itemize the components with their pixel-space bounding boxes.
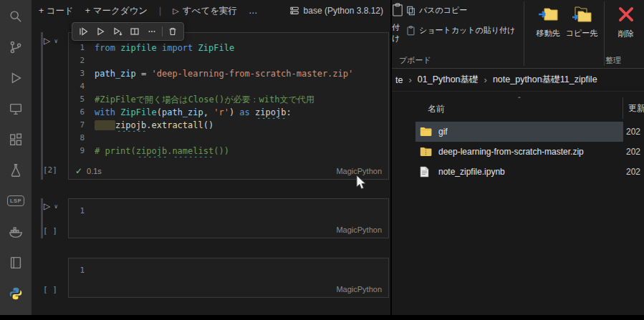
delete-button[interactable]: 削除 [609,3,643,39]
line-number: 7 [69,119,95,132]
paste-shortcut-label: ショートカットの貼り付け [419,25,515,36]
run-below-icon[interactable] [109,24,126,39]
add-code-button[interactable]: + コード [39,5,74,17]
line-number: 1 [69,205,95,218]
cell-toolbar [72,22,184,41]
copy-path-icon [406,6,415,16]
file-row[interactable]: gif202 [415,122,644,142]
file-row[interactable]: deep-learning-from-scratch-master.zip202 [415,142,644,162]
breadcrumb-item[interactable]: te [395,75,403,85]
python-icon[interactable] [0,278,32,309]
file-list: gif202deep-learning-from-scratch-master.… [415,122,644,182]
file-name: deep-learning-from-scratch-master.zip [438,147,584,157]
move-to-icon [537,4,559,25]
kernel-picker[interactable]: base (Python 3.8.12) [289,6,383,16]
execution-count: [ ] [43,285,57,294]
code-cell-3[interactable]: 1 MagicPython [68,258,389,298]
explorer-ribbon: 付け パスのコピー ショートカットの貼り付け 移動先 コピー先 [392,0,644,69]
remote-explorer-icon[interactable] [0,93,32,124]
line-number: 2 [69,54,95,67]
success-check-icon: ✓ [75,166,82,176]
copy-to-button[interactable]: コピー先 [564,4,599,39]
line-number: 4 [69,80,95,93]
notebook-toolbar: + コード + マークダウン | ▷すべてを実行 … base (Python … [32,0,390,21]
code-cell-2[interactable]: 1 MagicPython [68,198,389,238]
move-to-label: 移動先 [537,28,560,39]
code-cell-1[interactable]: 1from zipfile import ZipFile23path_zip =… [68,32,389,180]
chevron-down-icon: ∨ [54,38,58,44]
code-line: 1from zipfile import ZipFile [69,42,388,54]
cell-status-bar: MagicPython [69,281,388,297]
run-above-icon[interactable] [75,24,92,39]
clipboard-group-label: プボード [399,55,431,66]
search-icon[interactable] [0,1,32,31]
screen: LSP + コード + マークダウン | ▷すべてを実行 … base (Pyt… [0,0,644,320]
organize-group-label: 整理 [605,55,621,66]
cell-language-picker[interactable]: MagicPython [336,226,382,234]
run-cell-play-icon: ▷ [44,201,50,211]
line-number: 1 [69,42,95,54]
file-name: gif [438,127,448,137]
lsp-badge-label: LSP [7,195,24,206]
cell-code-editor[interactable]: 1from zipfile import ZipFile23path_zip =… [69,33,388,157]
cell-code-editor[interactable]: 1 [69,258,388,277]
file-modified-date: 202 [626,167,640,177]
copy-to-label: コピー先 [566,28,598,39]
cell-language-picker[interactable]: MagicPython [336,285,382,294]
extensions-icon[interactable] [0,124,32,155]
code-line: 1 [69,264,388,277]
cell-duration: 0.1s [87,167,102,175]
code-line: 1 [69,205,388,218]
add-markdown-button[interactable]: + マークダウン [85,5,148,17]
paste-button[interactable]: 付け [392,2,406,44]
source-control-icon[interactable] [0,31,32,62]
column-header-modified[interactable]: 更新 [623,97,644,119]
execution-count: [ ] [43,226,57,236]
column-header-name[interactable]: 名前 [428,103,445,115]
run-all-button[interactable]: ▷すべてを実行 [173,5,237,17]
run-cell-play-icon: ▷ [44,36,50,46]
sort-caret-icon: ˆ [518,96,521,105]
split-cell-icon[interactable] [126,24,143,39]
more-actions-icon[interactable] [143,24,160,39]
run-cell-button[interactable]: ▷∨ [44,201,58,211]
breadcrumb-chevron-icon: › [484,74,487,85]
cell-status-bar: ✓ 0.1s MagicPython [69,163,388,179]
notebook-icon[interactable] [0,247,32,278]
code-line: 8 [69,132,388,145]
testing-icon[interactable] [0,155,32,185]
line-number: 3 [69,67,95,80]
ipynb-file-icon [420,166,433,178]
file-name: note_zipfile.ipynb [438,167,505,177]
breadcrumb: te›01_Python基礎›note_python基礎11_zipfile [392,69,644,92]
cell-focus-bar [41,32,43,180]
more-toolbar-actions-button[interactable]: … [249,6,258,16]
paste-label: 付け [392,22,406,44]
delete-cell-icon[interactable] [164,24,181,39]
file-explorer: 付け パスのコピー ショートカットの貼り付け 移動先 コピー先 [390,0,644,320]
folder-icon [420,126,433,137]
file-row[interactable]: note_zipfile.ipynb202 [415,162,644,182]
lsp-icon[interactable]: LSP [0,185,32,216]
code-line: 7 zipojb.extractall() [69,119,388,132]
docker-icon[interactable] [0,216,32,247]
paste-shortcut-button[interactable]: ショートカットの貼り付け [406,25,515,36]
breadcrumb-item[interactable]: 01_Python基礎 [418,74,479,86]
ribbon-divider [604,1,605,66]
cell-toolbar-divider [162,26,163,37]
activity-bar: LSP [0,0,32,320]
line-number: 8 [69,132,95,145]
breadcrumb-item[interactable]: note_python基礎11_zipfile [493,74,597,86]
copy-path-button[interactable]: パスのコピー [406,5,467,16]
run-debug-icon[interactable] [0,62,32,93]
run-cell-icon[interactable] [92,24,109,39]
move-to-button[interactable]: 移動先 [531,4,565,39]
clipboard-icon [392,2,403,18]
code-line: 2 [69,54,388,67]
cell-code-editor[interactable]: 1 [69,199,388,218]
kernel-icon [289,6,299,16]
zip-icon [420,146,433,157]
file-modified-date: 202 [626,127,640,137]
file-modified-date: 202 [626,147,640,157]
run-cell-button[interactable]: ▷∨ [44,36,58,46]
